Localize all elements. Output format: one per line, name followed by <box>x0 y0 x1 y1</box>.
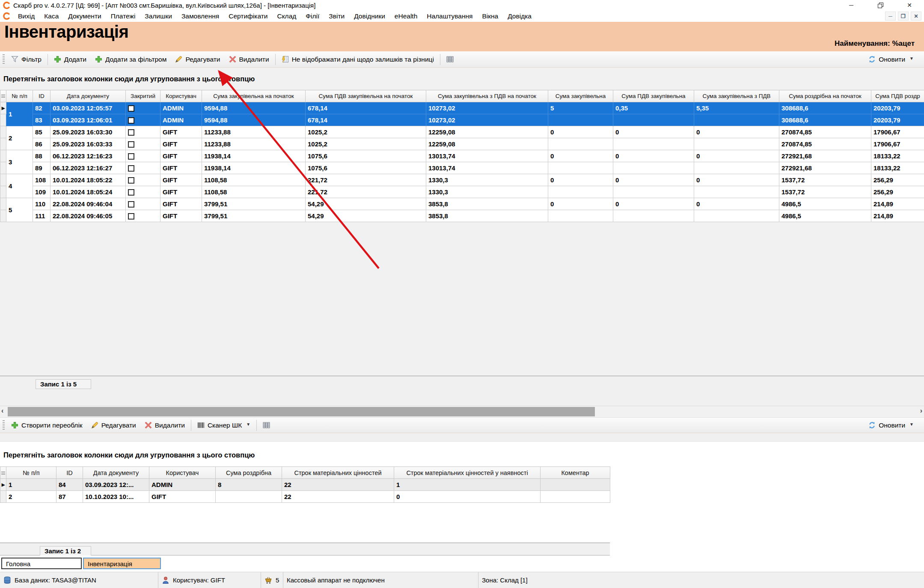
row-indicator[interactable] <box>0 198 6 210</box>
cell-value[interactable]: 678,14 <box>306 114 426 126</box>
cell-closed-checkbox[interactable] <box>126 102 160 114</box>
cell-user[interactable]: ADMIN <box>160 114 202 126</box>
checkbox-unchecked[interactable] <box>128 177 134 184</box>
cell-id[interactable]: 87 <box>56 491 83 503</box>
refresh-recount-button[interactable]: Оновити ▼ <box>864 422 918 429</box>
cell-id[interactable]: 83 <box>33 114 51 126</box>
document-row-89[interactable]: 8906.12.2023 12:16:27GIFT11938,141075,61… <box>0 162 924 174</box>
cell-value[interactable]: 8 <box>216 479 282 491</box>
cell-value[interactable]: 1108,58 <box>202 174 306 186</box>
cell-value[interactable]: 10273,02 <box>426 114 548 126</box>
mdi-close-icon[interactable]: ✕ <box>911 12 921 21</box>
row-indicator[interactable] <box>0 114 6 126</box>
cell-value[interactable]: 12259,08 <box>426 138 548 150</box>
group-number[interactable]: 3 <box>6 150 33 174</box>
document-row-111[interactable]: 11122.08.2024 09:46:05GIFT3799,5154,2938… <box>0 210 924 222</box>
cell-closed-checkbox[interactable] <box>126 186 160 198</box>
cell-value[interactable]: 221,72 <box>306 174 426 186</box>
cell-value[interactable] <box>613 162 694 174</box>
row-indicator[interactable] <box>0 126 6 138</box>
cell-user[interactable]: GIFT <box>160 210 202 222</box>
cell-user[interactable]: GIFT <box>160 186 202 198</box>
menu-item-9[interactable]: Звіти <box>324 12 349 20</box>
checkbox-unchecked[interactable] <box>128 165 134 172</box>
menu-item-5[interactable]: Замовлення <box>177 12 224 20</box>
cell-value[interactable] <box>541 479 610 491</box>
column-header[interactable]: Сума роздрібна на початок <box>779 90 871 102</box>
row-indicator[interactable] <box>0 186 6 198</box>
cell-value[interactable]: 1330,3 <box>426 186 548 198</box>
cell-value[interactable]: 272921,68 <box>779 162 871 174</box>
cell-date[interactable]: 10.01.2024 18:05:22 <box>51 174 126 186</box>
column-header[interactable]: № п/п <box>6 467 56 479</box>
row-indicator[interactable] <box>0 138 6 150</box>
column-header[interactable]: Сума закупівельна на початок <box>202 90 306 102</box>
column-header[interactable]: Сума закупівельна з ПДВ <box>694 90 779 102</box>
toggle-balances-button[interactable]: Не відображати дані щодо залишків та різ… <box>277 56 438 63</box>
recount-row-87[interactable]: 28710.10.2023 10:...GIFT220 <box>0 491 610 503</box>
cell-value[interactable]: 22 <box>282 491 394 503</box>
column-header[interactable]: Закритий <box>126 90 160 102</box>
cell-value[interactable]: 0 <box>613 198 694 210</box>
cell-value[interactable]: 5,35 <box>694 102 779 114</box>
cell-value[interactable] <box>548 210 613 222</box>
document-row-85[interactable]: 28525.09.2023 16:03:30GIFT11233,881025,2… <box>0 126 924 138</box>
cell-date[interactable]: 06.12.2023 12:16:27 <box>51 162 126 174</box>
cell-value[interactable] <box>548 138 613 150</box>
column-header[interactable]: Сума ПДВ закупівельна <box>613 90 694 102</box>
cell-user[interactable]: ADMIN <box>149 479 216 491</box>
tab-inventory[interactable]: Інвентаризація <box>83 558 161 569</box>
column-header[interactable]: Дата документу <box>83 467 149 479</box>
cell-value[interactable]: 11233,88 <box>202 126 306 138</box>
edit-recount-button[interactable]: Редагувати <box>87 422 140 429</box>
cell-date[interactable]: 03.09.2023 12:05:57 <box>51 102 126 114</box>
cell-value[interactable]: 54,29 <box>306 198 426 210</box>
menu-item-11[interactable]: eHealth <box>390 12 422 20</box>
cell-value[interactable]: 13013,74 <box>426 162 548 174</box>
cell-value[interactable] <box>541 491 610 503</box>
menu-item-2[interactable]: Документи <box>63 12 106 20</box>
toolbar-grip[interactable] <box>3 54 5 65</box>
cell-value[interactable]: 1537,72 <box>779 174 871 186</box>
cell-value[interactable]: 0 <box>613 174 694 186</box>
menu-item-12[interactable]: Налаштування <box>422 12 477 20</box>
cell-value[interactable]: 1330,3 <box>426 174 548 186</box>
edit-button[interactable]: Редагувати <box>171 56 224 63</box>
cell-value[interactable]: 20203,79 <box>871 102 924 114</box>
cell-id[interactable]: 85 <box>33 126 51 138</box>
restore-icon[interactable] <box>877 2 884 9</box>
checkbox-unchecked[interactable] <box>128 189 134 196</box>
cell-value[interactable] <box>613 186 694 198</box>
cell-value[interactable]: 1537,72 <box>779 186 871 198</box>
column-header[interactable]: Сума ПДВ закупівельна на початок <box>306 90 426 102</box>
row-indicator[interactable] <box>0 210 6 222</box>
cell-value[interactable] <box>694 210 779 222</box>
cell-value[interactable]: 3799,51 <box>202 198 306 210</box>
menu-item-13[interactable]: Вікна <box>477 12 503 20</box>
cell-value[interactable]: 678,14 <box>306 102 426 114</box>
cell-value[interactable]: 54,29 <box>306 210 426 222</box>
grid-corner-icon[interactable] <box>0 90 6 102</box>
cell-value[interactable]: 0 <box>694 198 779 210</box>
cell-num[interactable]: 1 <box>6 479 56 491</box>
cell-value[interactable]: 3799,51 <box>202 210 306 222</box>
menu-item-10[interactable]: Довідники <box>349 12 390 20</box>
cell-value[interactable]: 17906,67 <box>871 138 924 150</box>
cell-value[interactable]: 10273,02 <box>426 102 548 114</box>
row-indicator[interactable] <box>0 491 6 503</box>
document-row-109[interactable]: 10910.01.2024 18:05:24GIFT1108,58221,721… <box>0 186 924 198</box>
column-header[interactable]: ID <box>56 467 83 479</box>
cell-closed-checkbox[interactable] <box>126 138 160 150</box>
cell-user[interactable]: GIFT <box>160 198 202 210</box>
menu-item-6[interactable]: Сертифікати <box>224 12 272 20</box>
mdi-minimize-icon[interactable]: ─ <box>885 12 896 21</box>
cell-user[interactable]: GIFT <box>160 126 202 138</box>
cell-value[interactable]: 0 <box>613 126 694 138</box>
cell-closed-checkbox[interactable] <box>126 114 160 126</box>
cell-value[interactable]: 12259,08 <box>426 126 548 138</box>
cell-value[interactable]: 5 <box>548 102 613 114</box>
column-header[interactable]: Користувач <box>149 467 216 479</box>
column-chooser-button[interactable] <box>442 56 458 63</box>
cell-value[interactable] <box>613 138 694 150</box>
delete-button[interactable]: Видалити <box>225 56 273 63</box>
